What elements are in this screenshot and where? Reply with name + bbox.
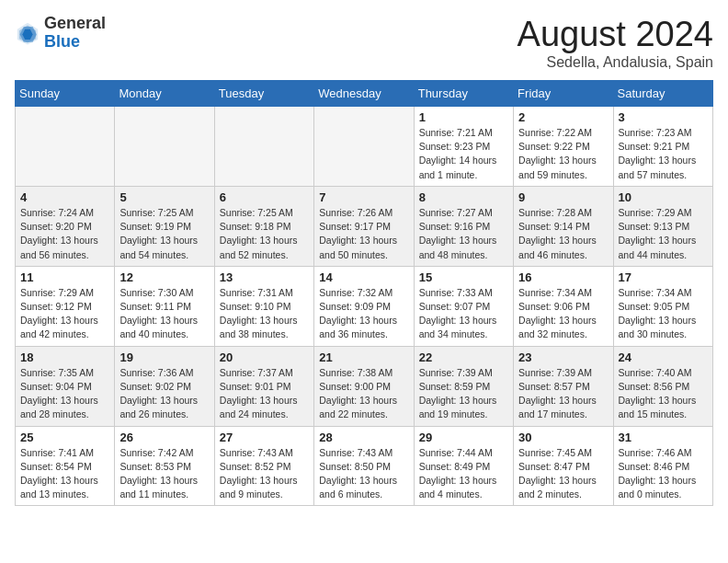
day-number: 26 <box>119 431 209 444</box>
day-detail: Sunrise: 7:29 AM Sunset: 9:12 PM Dayligh… <box>20 286 109 342</box>
day-detail: Sunrise: 7:24 AM Sunset: 9:20 PM Dayligh… <box>20 206 109 262</box>
calendar-cell: 13Sunrise: 7:31 AM Sunset: 9:10 PM Dayli… <box>214 266 313 346</box>
header-cell-friday: Friday <box>514 81 613 107</box>
header-cell-thursday: Thursday <box>414 81 513 107</box>
day-number: 14 <box>319 270 408 284</box>
day-number: 16 <box>518 270 608 284</box>
calendar-cell: 27Sunrise: 7:43 AM Sunset: 8:52 PM Dayli… <box>214 426 313 506</box>
page-header: General Blue August 2024 Sedella, Andalu… <box>15 15 713 71</box>
day-number: 1 <box>419 110 508 124</box>
day-number: 2 <box>518 110 608 124</box>
calendar-cell: 15Sunrise: 7:33 AM Sunset: 9:07 PM Dayli… <box>414 266 513 346</box>
day-detail: Sunrise: 7:39 AM Sunset: 8:57 PM Dayligh… <box>518 366 608 422</box>
logo: General Blue <box>15 15 106 52</box>
day-number: 23 <box>518 350 608 364</box>
day-detail: Sunrise: 7:23 AM Sunset: 9:21 PM Dayligh… <box>619 126 708 182</box>
day-detail: Sunrise: 7:43 AM Sunset: 8:50 PM Dayligh… <box>319 446 408 502</box>
day-number: 12 <box>119 270 209 284</box>
calendar-cell: 6Sunrise: 7:25 AM Sunset: 9:18 PM Daylig… <box>214 186 313 266</box>
logo-general: General <box>44 15 106 33</box>
calendar-cell: 28Sunrise: 7:43 AM Sunset: 8:50 PM Dayli… <box>314 426 414 506</box>
calendar-cell <box>214 107 313 187</box>
calendar-week-row: 25Sunrise: 7:41 AM Sunset: 8:54 PM Dayli… <box>16 426 713 506</box>
calendar-cell: 31Sunrise: 7:46 AM Sunset: 8:46 PM Dayli… <box>613 426 712 506</box>
day-number: 11 <box>20 270 109 284</box>
logo-blue: Blue <box>44 33 106 52</box>
calendar-week-row: 4Sunrise: 7:24 AM Sunset: 9:20 PM Daylig… <box>16 186 713 266</box>
day-detail: Sunrise: 7:40 AM Sunset: 8:56 PM Dayligh… <box>619 366 708 422</box>
calendar-cell: 20Sunrise: 7:37 AM Sunset: 9:01 PM Dayli… <box>214 346 313 426</box>
header-cell-saturday: Saturday <box>613 81 712 107</box>
day-detail: Sunrise: 7:30 AM Sunset: 9:11 PM Dayligh… <box>119 286 209 342</box>
calendar-cell: 12Sunrise: 7:30 AM Sunset: 9:11 PM Dayli… <box>115 266 214 346</box>
day-number: 9 <box>518 190 608 204</box>
day-detail: Sunrise: 7:25 AM Sunset: 9:19 PM Dayligh… <box>119 206 209 262</box>
header-row: SundayMondayTuesdayWednesdayThursdayFrid… <box>16 81 713 107</box>
calendar-cell: 22Sunrise: 7:39 AM Sunset: 8:59 PM Dayli… <box>414 346 513 426</box>
day-detail: Sunrise: 7:32 AM Sunset: 9:09 PM Dayligh… <box>319 286 408 342</box>
header-cell-tuesday: Tuesday <box>214 81 313 107</box>
logo-text: General Blue <box>44 15 106 52</box>
day-number: 28 <box>319 431 408 444</box>
day-number: 29 <box>419 431 508 444</box>
calendar-cell: 24Sunrise: 7:40 AM Sunset: 8:56 PM Dayli… <box>613 346 712 426</box>
day-number: 4 <box>20 190 109 204</box>
day-detail: Sunrise: 7:34 AM Sunset: 9:05 PM Dayligh… <box>619 286 708 342</box>
title-block: August 2024 Sedella, Andalusia, Spain <box>518 15 713 71</box>
calendar-cell: 5Sunrise: 7:25 AM Sunset: 9:19 PM Daylig… <box>115 186 214 266</box>
day-number: 21 <box>319 350 408 364</box>
day-detail: Sunrise: 7:36 AM Sunset: 9:02 PM Dayligh… <box>119 366 209 422</box>
header-cell-wednesday: Wednesday <box>314 81 414 107</box>
day-number: 5 <box>119 190 209 204</box>
day-detail: Sunrise: 7:35 AM Sunset: 9:04 PM Dayligh… <box>20 366 109 422</box>
day-number: 8 <box>419 190 508 204</box>
calendar-week-row: 11Sunrise: 7:29 AM Sunset: 9:12 PM Dayli… <box>16 266 713 346</box>
day-detail: Sunrise: 7:44 AM Sunset: 8:49 PM Dayligh… <box>419 446 508 502</box>
day-number: 25 <box>20 431 109 444</box>
calendar-cell: 29Sunrise: 7:44 AM Sunset: 8:49 PM Dayli… <box>414 426 513 506</box>
day-number: 3 <box>619 110 708 124</box>
calendar-week-row: 18Sunrise: 7:35 AM Sunset: 9:04 PM Dayli… <box>16 346 713 426</box>
day-number: 17 <box>619 270 708 284</box>
calendar-cell: 14Sunrise: 7:32 AM Sunset: 9:09 PM Dayli… <box>314 266 414 346</box>
day-number: 7 <box>319 190 408 204</box>
calendar-cell: 23Sunrise: 7:39 AM Sunset: 8:57 PM Dayli… <box>514 346 613 426</box>
calendar-cell: 26Sunrise: 7:42 AM Sunset: 8:53 PM Dayli… <box>115 426 214 506</box>
calendar-cell <box>115 107 214 187</box>
calendar-cell: 8Sunrise: 7:27 AM Sunset: 9:16 PM Daylig… <box>414 186 513 266</box>
location-subtitle: Sedella, Andalusia, Spain <box>518 54 713 71</box>
day-detail: Sunrise: 7:22 AM Sunset: 9:22 PM Dayligh… <box>518 126 608 182</box>
day-detail: Sunrise: 7:28 AM Sunset: 9:14 PM Dayligh… <box>518 206 608 262</box>
calendar-body: 1Sunrise: 7:21 AM Sunset: 9:23 PM Daylig… <box>16 107 713 506</box>
day-number: 15 <box>419 270 508 284</box>
day-number: 6 <box>220 190 309 204</box>
calendar-cell: 25Sunrise: 7:41 AM Sunset: 8:54 PM Dayli… <box>16 426 115 506</box>
calendar-cell <box>314 107 414 187</box>
calendar-week-row: 1Sunrise: 7:21 AM Sunset: 9:23 PM Daylig… <box>16 107 713 187</box>
day-number: 24 <box>619 350 708 364</box>
calendar-cell: 21Sunrise: 7:38 AM Sunset: 9:00 PM Dayli… <box>314 346 414 426</box>
calendar-cell: 4Sunrise: 7:24 AM Sunset: 9:20 PM Daylig… <box>16 186 115 266</box>
calendar-cell: 7Sunrise: 7:26 AM Sunset: 9:17 PM Daylig… <box>314 186 414 266</box>
day-detail: Sunrise: 7:42 AM Sunset: 8:53 PM Dayligh… <box>119 446 209 502</box>
calendar-cell: 17Sunrise: 7:34 AM Sunset: 9:05 PM Dayli… <box>613 266 712 346</box>
day-detail: Sunrise: 7:33 AM Sunset: 9:07 PM Dayligh… <box>419 286 508 342</box>
day-detail: Sunrise: 7:39 AM Sunset: 8:59 PM Dayligh… <box>419 366 508 422</box>
day-number: 31 <box>619 431 708 444</box>
calendar-cell: 30Sunrise: 7:45 AM Sunset: 8:47 PM Dayli… <box>514 426 613 506</box>
day-detail: Sunrise: 7:41 AM Sunset: 8:54 PM Dayligh… <box>20 446 109 502</box>
month-year-title: August 2024 <box>518 15 713 54</box>
day-detail: Sunrise: 7:46 AM Sunset: 8:46 PM Dayligh… <box>619 446 708 502</box>
calendar-cell: 19Sunrise: 7:36 AM Sunset: 9:02 PM Dayli… <box>115 346 214 426</box>
day-number: 22 <box>419 350 508 364</box>
logo-icon <box>15 20 40 46</box>
calendar-cell: 3Sunrise: 7:23 AM Sunset: 9:21 PM Daylig… <box>613 107 712 187</box>
day-detail: Sunrise: 7:31 AM Sunset: 9:10 PM Dayligh… <box>220 286 309 342</box>
calendar-cell: 16Sunrise: 7:34 AM Sunset: 9:06 PM Dayli… <box>514 266 613 346</box>
header-cell-monday: Monday <box>115 81 214 107</box>
day-number: 13 <box>220 270 309 284</box>
calendar-cell: 2Sunrise: 7:22 AM Sunset: 9:22 PM Daylig… <box>514 107 613 187</box>
calendar-cell: 1Sunrise: 7:21 AM Sunset: 9:23 PM Daylig… <box>414 107 513 187</box>
calendar-cell: 18Sunrise: 7:35 AM Sunset: 9:04 PM Dayli… <box>16 346 115 426</box>
calendar-cell: 11Sunrise: 7:29 AM Sunset: 9:12 PM Dayli… <box>16 266 115 346</box>
